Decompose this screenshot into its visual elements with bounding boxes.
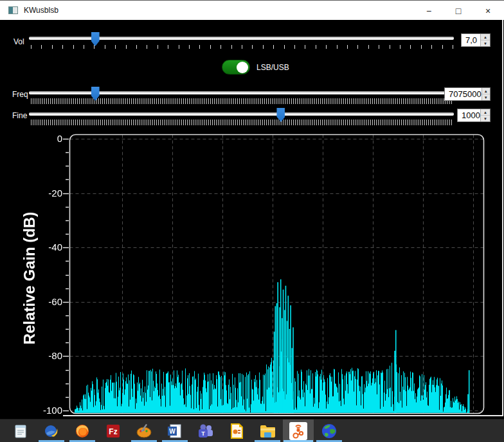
freq-spin-up-button[interactable]: ▲	[482, 88, 490, 94]
y-tick-label: -60	[24, 296, 62, 308]
notepad-icon	[12, 423, 29, 439]
fine-spin-down-button[interactable]: ▼	[481, 115, 490, 121]
taskbar-button-kwusblsb[interactable]	[283, 420, 314, 442]
taskbar-button-teams[interactable]: T	[190, 420, 221, 442]
fine-slider-track[interactable]	[29, 112, 454, 116]
globe-browser-icon	[43, 423, 60, 439]
maximize-button[interactable]: □	[444, 1, 473, 21]
y-tick-label: -40	[24, 242, 62, 253]
fine-label: Fine	[12, 111, 27, 120]
vol-label: Vol	[14, 37, 24, 46]
taskbar-button-notepad[interactable]	[5, 420, 36, 442]
window-controls: − □ ×	[414, 1, 503, 21]
vol-slider-handle[interactable]	[91, 32, 100, 46]
svg-text:T: T	[201, 430, 205, 437]
lsb-usb-toggle[interactable]	[222, 60, 250, 75]
y-tick-label: -100	[24, 405, 62, 416]
teams-icon: T	[197, 423, 215, 439]
fine-slider-ticks	[31, 119, 453, 125]
fine-spinbox-value[interactable]: 1000	[458, 109, 480, 121]
vol-spin-down-button[interactable]: ▼	[481, 40, 490, 46]
freq-spin-down-button[interactable]: ▼	[482, 94, 490, 100]
svg-text:Fz: Fz	[109, 427, 117, 436]
taskbar-button-word[interactable]: W	[159, 420, 190, 442]
svg-text:W: W	[169, 428, 176, 435]
close-button[interactable]: ×	[473, 1, 503, 21]
fine-spinbox[interactable]: 1000 ▲ ▼	[457, 109, 491, 122]
taskbar-button-earth[interactable]	[314, 420, 345, 442]
vol-spinbox[interactable]: 7,0 ▲ ▼	[461, 33, 491, 47]
minimize-button[interactable]: −	[414, 1, 444, 21]
kwusblsb-app-icon	[289, 421, 308, 441]
y-tick-label: -80	[24, 350, 62, 362]
spectrum-canvas	[0, 125, 504, 419]
freq-spinbox-value[interactable]: 7075000	[445, 88, 482, 100]
libreoffice-impress-icon	[228, 423, 245, 439]
taskbar-button-firefox[interactable]	[67, 420, 98, 442]
lsb-usb-label: LSB/USB	[256, 63, 289, 72]
taskbar-button-explorer[interactable]	[252, 420, 283, 442]
vol-spinbox-value[interactable]: 7,0	[462, 34, 480, 46]
vol-slider-ticks	[31, 45, 453, 49]
taskbar-button-libreoffice[interactable]	[221, 420, 252, 442]
fine-spin-up-button[interactable]: ▲	[481, 109, 490, 115]
taskbar-button-filezilla[interactable]: Fz	[98, 420, 129, 442]
y-tick-label: 0	[24, 133, 62, 145]
taskbar: Fz W	[0, 419, 504, 442]
screen: KWusblsb − □ × Vol 7,0 ▲ ▼ LSB/USB Freq …	[0, 0, 504, 442]
freq-spinbox[interactable]: 7075000 ▲ ▼	[444, 87, 491, 101]
freq-label: Freq	[12, 90, 28, 99]
paint-palette-icon	[135, 423, 153, 439]
word-icon: W	[166, 423, 183, 439]
taskbar-button-mypaint[interactable]	[129, 420, 159, 442]
file-explorer-icon	[258, 423, 276, 439]
firefox-icon	[74, 423, 91, 439]
taskbar-button-seamonkey[interactable]	[36, 420, 67, 442]
vol-spin-up-button[interactable]: ▲	[481, 34, 490, 40]
earth-globe-icon	[320, 422, 338, 440]
titlebar[interactable]: KWusblsb − □ ×	[0, 0, 504, 20]
toggle-knob	[237, 62, 248, 73]
filezilla-icon: Fz	[105, 423, 122, 439]
y-tick-label: -20	[24, 188, 62, 199]
window-title: KWusblsb	[24, 6, 59, 15]
y-axis-title: Relative Gain (dB)	[21, 212, 39, 345]
app-window-icon	[8, 6, 18, 14]
